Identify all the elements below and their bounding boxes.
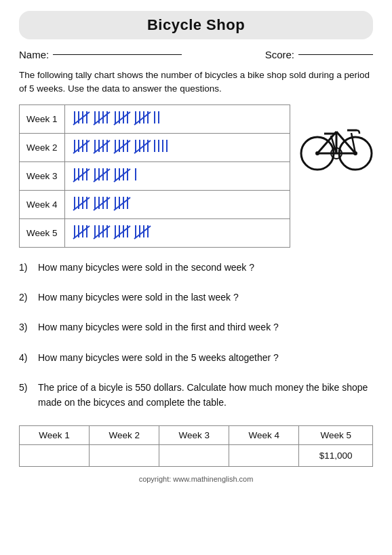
tally-marks-svg [72, 194, 221, 213]
tally-marks-cell [64, 161, 290, 190]
name-label: Name: [19, 49, 49, 60]
tally-marks-cell [64, 190, 290, 218]
price-col-header: Week 3 [159, 425, 229, 444]
question-text: How many bicycles were sold in the 5 wee… [38, 350, 373, 365]
tally-marks-cell [64, 218, 290, 247]
score-label: Score: [265, 49, 294, 60]
tally-marks-svg [72, 137, 221, 156]
table-row: Week 2 [20, 133, 290, 161]
bicycle-illustration [298, 111, 373, 172]
question-1: 1) How many bicycles were sold in the se… [19, 260, 373, 275]
questions-section: 1) How many bicycles were sold in the se… [19, 260, 373, 410]
tally-marks-cell [64, 104, 290, 133]
week-label: Week 2 [20, 133, 65, 161]
table-row: Week 4 [20, 190, 290, 218]
name-score-row: Name: Score: [19, 49, 373, 60]
price-col-header: Week 4 [229, 425, 299, 444]
question-2: 2) How many bicycles were sold in the la… [19, 290, 373, 305]
question-text: The price of a bicyle is 550 dollars. Ca… [38, 380, 373, 410]
tally-marks-svg [72, 223, 221, 242]
week-label: Week 4 [20, 190, 65, 218]
question-number: 2) [19, 290, 38, 305]
table-row: Week 1 [20, 104, 290, 133]
tally-marks-cell [64, 133, 290, 161]
description-text: The following tally chart shows the numb… [19, 69, 373, 96]
question-text: How many bicycles were sold in the last … [38, 290, 373, 305]
price-col-header: Week 1 [20, 425, 90, 444]
question-number: 3) [19, 320, 38, 334]
question-number: 4) [19, 350, 38, 365]
week-label: Week 5 [20, 218, 65, 247]
price-value-week3[interactable] [159, 444, 229, 466]
price-col-header: Week 2 [90, 425, 159, 444]
question-number: 5) [19, 380, 38, 410]
table-row: Week 3 [20, 161, 290, 190]
score-input[interactable] [298, 54, 373, 55]
question-number: 1) [19, 260, 38, 275]
copyright-text: copyright: www.mathinenglish.com [19, 475, 373, 483]
question-text: How many bicycles were sold in the secon… [38, 260, 373, 275]
price-table-header-row: Week 1 Week 2 Week 3 Week 4 Week 5 [20, 425, 373, 444]
question-text: How many bicycles were sold in the first… [38, 320, 373, 334]
price-value-week5: $11,000 [299, 444, 373, 466]
price-value-week1[interactable] [20, 444, 90, 466]
question-3: 3) How many bicycles were sold in the fi… [19, 320, 373, 334]
name-field: Name: [19, 49, 182, 60]
question-5: 5) The price of a bicyle is 550 dollars.… [19, 380, 373, 410]
price-col-header: Week 5 [299, 425, 373, 444]
price-table-value-row: $11,000 [20, 444, 373, 466]
tally-marks-svg [72, 109, 221, 128]
tally-section: Week 1 [19, 104, 373, 248]
price-table: Week 1 Week 2 Week 3 Week 4 Week 5 $11,0… [19, 425, 373, 467]
tally-marks-svg [72, 166, 221, 185]
question-4: 4) How many bicycles were sold in the 5 … [19, 350, 373, 365]
tally-table: Week 1 [19, 104, 290, 248]
week-label: Week 1 [20, 104, 65, 133]
name-input[interactable] [53, 54, 182, 55]
price-value-week2[interactable] [90, 444, 159, 466]
price-value-week4[interactable] [229, 444, 299, 466]
table-row: Week 5 [20, 218, 290, 247]
page: Bicycle Shop Name: Score: The following … [0, 0, 392, 555]
week-label: Week 3 [20, 161, 65, 190]
page-title: Bicycle Shop [19, 11, 373, 39]
score-field: Score: [265, 49, 373, 60]
